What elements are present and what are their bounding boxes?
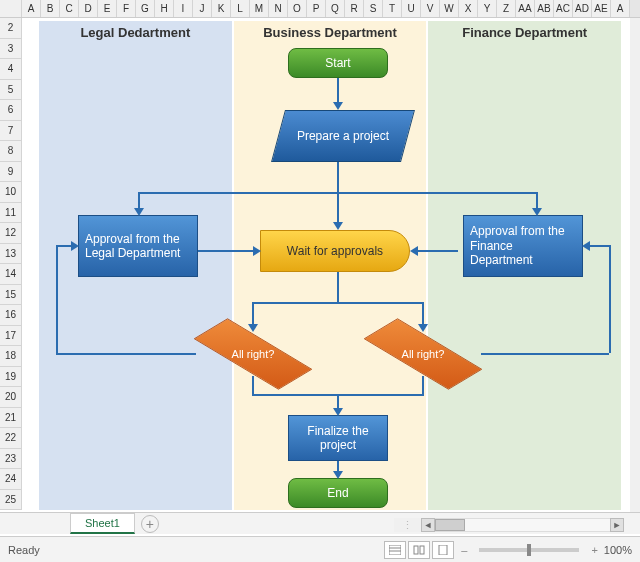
column-headers: ABCDEFGHIJKLMNOPQRSTUVWXYZAAABACADAEA [0, 0, 640, 18]
shape-approval-finance[interactable]: Approval from the Finance Department [463, 215, 583, 277]
shape-finalize[interactable]: Finalize the project [288, 415, 388, 461]
arrow-finalize-end [337, 461, 339, 471]
shape-prepare[interactable]: Prepare a project [271, 110, 415, 162]
arrow-d2-no-end [590, 245, 609, 247]
arrow-wait-down [337, 272, 339, 302]
svg-rect-4 [420, 546, 424, 554]
view-layout-button[interactable] [408, 541, 430, 559]
arrow-d2-no-h [481, 353, 609, 355]
arrow-to-d2 [422, 302, 424, 324]
shape-decision-right[interactable]: All right? [363, 330, 483, 378]
view-pagebreak-button[interactable] [432, 541, 454, 559]
arrow-d1-no-h [56, 353, 196, 355]
arrow-to-wait [337, 192, 339, 222]
arrow-finance-wait [418, 250, 458, 252]
shape-start[interactable]: Start [288, 48, 388, 78]
arrow-to-legal [138, 192, 140, 208]
lane-legal-title: Legal Dedartment [39, 21, 232, 44]
svg-rect-5 [439, 545, 447, 555]
arrow-d2-no-v [609, 245, 611, 353]
svg-rect-3 [414, 546, 418, 554]
view-normal-button[interactable] [384, 541, 406, 559]
worksheet-area: Legal Dedartment Business Department Fin… [22, 18, 630, 512]
arrow-d2-yes-v [422, 376, 424, 394]
arrow-prepare-down [337, 162, 339, 192]
lane-finance-title: Finance Department [428, 21, 621, 44]
lane-business-title: Business Department [234, 21, 427, 44]
shape-decision-left[interactable]: All right? [193, 330, 313, 378]
scroll-right-button[interactable]: ► [610, 518, 624, 532]
arrow-legal-wait [198, 250, 253, 252]
add-sheet-button[interactable]: + [141, 515, 159, 533]
zoom-in-button[interactable]: + [591, 544, 597, 556]
tab-sheet1[interactable]: Sheet1 [70, 513, 135, 534]
row-headers: 2345678910111213141516171819202122232425 [0, 18, 22, 510]
scroll-thumb[interactable] [435, 519, 465, 531]
svg-rect-0 [389, 545, 401, 555]
shape-end[interactable]: End [288, 478, 388, 508]
zoom-out-button[interactable]: – [461, 544, 467, 556]
swimlane-container: Legal Dedartment Business Department Fin… [36, 18, 624, 513]
zoom-level[interactable]: 100% [604, 544, 632, 556]
zoom-slider[interactable] [479, 548, 579, 552]
arrow-d1-no-v [56, 245, 58, 353]
vertical-scrollbar[interactable] [630, 18, 640, 512]
shape-wait[interactable]: Wait for approvals [260, 230, 410, 272]
arrow-d1-no-end [56, 245, 71, 247]
arrow-to-finalize [337, 394, 339, 408]
arrow-to-d1 [252, 302, 254, 324]
arrow-split2-h [252, 302, 424, 304]
scroll-left-button[interactable]: ◄ [421, 518, 435, 532]
arrow-to-finance [536, 192, 538, 208]
horizontal-scrollbar[interactable]: ⋮ ◄ ► [394, 518, 624, 532]
shape-approval-legal[interactable]: Approval from the Legal Department [78, 215, 198, 277]
arrow-start-prepare [337, 78, 339, 102]
status-text: Ready [8, 544, 40, 556]
arrow-d1-yes-v [252, 376, 254, 394]
status-bar: Ready – + 100% [0, 536, 640, 562]
